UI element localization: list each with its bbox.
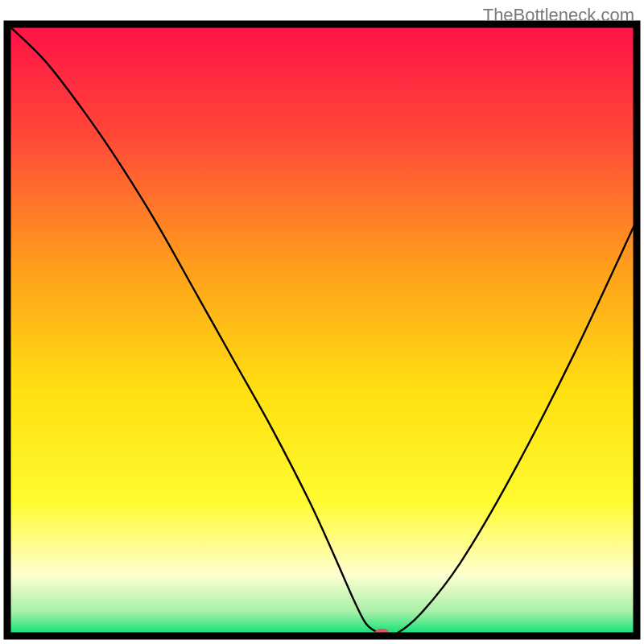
chart-container: TheBottleneck.com [0,0,644,644]
watermark-text: TheBottleneck.com [483,5,634,26]
bottleneck-chart [0,0,644,644]
gradient-background [7,24,637,636]
